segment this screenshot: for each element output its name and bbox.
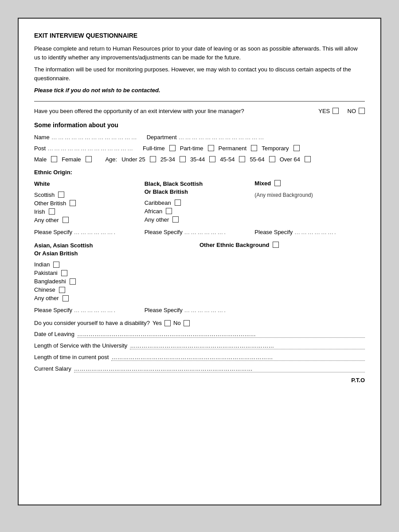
asian-pakistani: Pakistani bbox=[34, 270, 200, 276]
asian-bangladeshi-checkbox[interactable] bbox=[70, 278, 76, 285]
permanent-checkbox[interactable] bbox=[251, 145, 257, 151]
form-title: EXIT INTERVIEW QUESTIONNAIRE bbox=[34, 32, 365, 39]
black-caribbean: Caribbean bbox=[145, 200, 255, 206]
fulltime-checkbox[interactable] bbox=[169, 145, 176, 151]
asian-indian-checkbox[interactable] bbox=[53, 262, 59, 268]
ps-asian: Please Specify ………………. bbox=[34, 307, 145, 313]
yes-label: YES bbox=[318, 108, 330, 114]
ps-other-ethnic: Please Specify ………………. bbox=[145, 307, 255, 313]
name-label: Name bbox=[34, 134, 50, 141]
parttime-label: Part-time bbox=[180, 145, 203, 152]
yes-checkbox[interactable] bbox=[332, 108, 339, 114]
any-mixed-background: (Any mixed Background) bbox=[254, 192, 365, 198]
disability-yes-label: Yes bbox=[153, 320, 162, 326]
divider bbox=[34, 101, 365, 102]
black-column: Black, Black Scottish Or Black British C… bbox=[145, 180, 255, 225]
exit-interview-question-text: Have you been offered the opportunity of… bbox=[34, 108, 316, 114]
white-scottish: Scottish bbox=[34, 192, 145, 198]
form-container: EXIT INTERVIEW QUESTIONNAIRE Please comp… bbox=[18, 18, 381, 505]
asian-section: Asian, Asian Scottish Or Asian British I… bbox=[34, 242, 365, 303]
post-row: Post ………………………………… Full-time Part-time P… bbox=[34, 145, 365, 152]
permanent-label: Permanent bbox=[219, 145, 247, 152]
post-field-group: Post ………………………………… bbox=[34, 145, 134, 152]
length-current-post-label: Length of time in current post bbox=[34, 354, 109, 360]
please-specify-row-1: Please Specify ………………. Please Specify ……… bbox=[34, 229, 365, 235]
white-any-other-checkbox[interactable] bbox=[63, 217, 69, 223]
other-ethnic-column: Other Ethnic Background bbox=[200, 242, 365, 303]
male-label: Male bbox=[34, 156, 47, 163]
black-any-other: Any other bbox=[145, 216, 255, 223]
no-label: NO bbox=[348, 108, 356, 114]
asian-chinese: Chinese bbox=[34, 286, 200, 293]
work-type-row: Full-time Part-time Permanent Temporary bbox=[143, 145, 300, 152]
name-field-group: Name ………………………………… bbox=[34, 134, 138, 141]
asian-bangladeshi: Bangladeshi bbox=[34, 278, 200, 285]
ps-placeholder bbox=[254, 307, 365, 313]
disability-question: Do you consider yourself to have a disab… bbox=[34, 320, 150, 326]
no-checkbox[interactable] bbox=[359, 108, 365, 114]
length-of-service-row: Length of Service with the University ……… bbox=[34, 342, 365, 349]
department-field-group: Department ………………………………… bbox=[147, 134, 265, 141]
black-any-other-checkbox[interactable] bbox=[172, 216, 179, 223]
date-of-leaving-label: Date of Leaving bbox=[34, 331, 74, 337]
other-ethnic-header: Other Ethnic Background bbox=[200, 242, 365, 248]
white-irish-checkbox[interactable] bbox=[49, 208, 55, 215]
asian-indian: Indian bbox=[34, 261, 200, 268]
asian-chinese-checkbox[interactable] bbox=[59, 287, 65, 293]
female-checkbox[interactable] bbox=[86, 156, 92, 162]
asian-column: Asian, Asian Scottish Or Asian British I… bbox=[34, 242, 200, 303]
white-any-other: Any other bbox=[34, 217, 145, 223]
mixed-column: Mixed (Any mixed Background) bbox=[254, 180, 365, 225]
age-label: Age: bbox=[105, 156, 117, 163]
exit-interview-question-row: Have you been offered the opportunity of… bbox=[34, 108, 365, 114]
age-under25: Under 25 bbox=[121, 156, 145, 163]
pto-label: P.T.O bbox=[34, 377, 365, 383]
disability-row: Do you consider yourself to have a disab… bbox=[34, 320, 365, 326]
white-irish: Irish bbox=[34, 208, 145, 215]
some-info-heading: Some information about you bbox=[34, 121, 365, 129]
length-current-post-row: Length of time in current post ………………………… bbox=[34, 354, 365, 361]
female-label: Female bbox=[62, 156, 81, 163]
age-under25-checkbox[interactable] bbox=[150, 156, 156, 162]
black-african-checkbox[interactable] bbox=[166, 208, 172, 214]
white-scottish-checkbox[interactable] bbox=[58, 192, 64, 198]
parttime-checkbox[interactable] bbox=[208, 145, 214, 151]
asian-any-other-checkbox[interactable] bbox=[63, 295, 69, 301]
length-of-service-label: Length of Service with the University bbox=[34, 342, 127, 349]
disability-no-label: No bbox=[173, 320, 181, 326]
asian-pakistani-checkbox[interactable] bbox=[61, 270, 67, 276]
asian-any-other: Any other bbox=[34, 295, 200, 301]
male-checkbox[interactable] bbox=[51, 156, 57, 162]
age-35-44: 35-44 bbox=[190, 156, 205, 163]
disability-no-checkbox[interactable] bbox=[184, 320, 190, 326]
age-45-54-checkbox[interactable] bbox=[239, 156, 245, 162]
asian-header: Asian, Asian Scottish Or Asian British bbox=[34, 242, 200, 258]
ps-mixed: Please Specify ………………. bbox=[254, 229, 365, 235]
age-25-34-checkbox[interactable] bbox=[180, 156, 186, 162]
please-specify-row-2: Please Specify ………………. Please Specify ……… bbox=[34, 307, 365, 313]
intro-para2: The information will be used for monitor… bbox=[34, 65, 365, 82]
white-other-british: Other British bbox=[34, 200, 145, 207]
temporary-checkbox[interactable] bbox=[293, 145, 300, 151]
age-over64-checkbox[interactable] bbox=[305, 156, 311, 162]
mixed-checkbox[interactable] bbox=[274, 180, 281, 186]
disability-yes-checkbox[interactable] bbox=[164, 320, 171, 326]
age-25-34: 25-34 bbox=[160, 156, 175, 163]
age-55-64: 55-64 bbox=[250, 156, 264, 163]
white-other-british-checkbox[interactable] bbox=[70, 200, 76, 206]
other-ethnic-checkbox[interactable] bbox=[273, 242, 279, 248]
post-label: Post bbox=[34, 145, 46, 152]
age-55-64-checkbox[interactable] bbox=[269, 156, 275, 162]
age-45-54: 45-54 bbox=[220, 156, 235, 163]
temporary-label: Temporary bbox=[262, 145, 289, 152]
age-35-44-checkbox[interactable] bbox=[209, 156, 215, 162]
fulltime-label: Full-time bbox=[143, 145, 165, 152]
white-column: White Scottish Other British Irish Any o… bbox=[34, 180, 145, 225]
black-african: African bbox=[145, 208, 255, 215]
ethnic-columns-top: White Scottish Other British Irish Any o… bbox=[34, 180, 365, 225]
current-salary-label: Current Salary bbox=[34, 365, 71, 372]
department-label: Department bbox=[147, 134, 177, 141]
age-over64: Over 64 bbox=[280, 156, 300, 163]
gender-age-row: Male Female Age: Under 25 25-34 35-44 45… bbox=[34, 156, 365, 163]
black-caribbean-checkbox[interactable] bbox=[175, 200, 181, 206]
